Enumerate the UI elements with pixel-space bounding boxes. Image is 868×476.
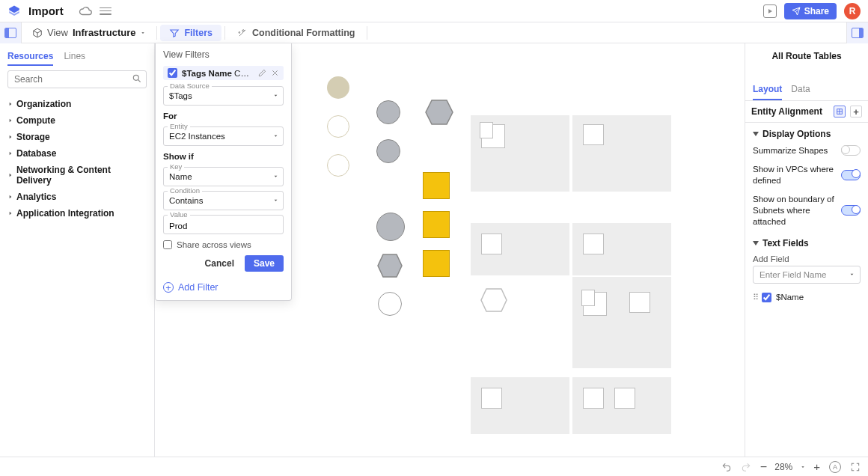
wand-icon [237,28,248,38]
filter-chip-text: $Tags Name Contains Prod [182,69,254,78]
add-field-select[interactable]: Enter Field Name [753,266,861,284]
cloud-sync-icon[interactable] [79,4,92,18]
document-title[interactable]: Import [28,4,64,17]
entity-select[interactable]: Entity EC2 Instances [163,126,284,146]
tab-resources[interactable]: Resources [7,48,53,66]
text-fields-header[interactable]: Text Fields [745,232,868,251]
shape-hexagon[interactable] [424,99,454,126]
cancel-button[interactable]: Cancel [201,257,239,269]
tree-item[interactable]: Networking & Content Delivery [6,162,148,189]
shape-circle[interactable] [376,139,400,163]
toggle-summarize[interactable]: ✕ [841,145,861,156]
tree-item[interactable]: Application Integration [6,205,148,222]
route-table-icon[interactable] [481,124,505,148]
right-panel-toggle[interactable] [846,22,868,43]
display-options-header[interactable]: Display Options [745,123,868,142]
fullscreen-icon[interactable] [850,462,861,472]
opt-show-on-boundary: Show on boundary of Subnets where attach… [745,191,868,232]
canvas-region[interactable] [471,115,569,192]
view-word: View [47,27,68,38]
grid-align-icon[interactable] [834,106,846,118]
edit-icon[interactable] [258,69,266,77]
route-table-icon[interactable] [481,388,502,409]
shape-circle[interactable] [376,100,400,124]
filters-button[interactable]: Filters [160,25,221,41]
tab-data[interactable]: Data [791,79,810,100]
route-table-icon[interactable] [614,388,635,409]
route-table-icon[interactable] [481,234,502,254]
filters-popover: View Filters $Tags Name Contains Prod Da… [155,43,292,301]
left-panel-toggle[interactable] [0,22,22,43]
resource-tree: Organization Compute Storage Database Ne… [0,93,154,225]
filter-enabled-checkbox[interactable] [168,68,177,78]
zoom-out-button[interactable]: − [760,460,767,474]
toggle-show-vpcs[interactable]: ✓ [841,170,861,180]
canvas-region[interactable] [572,277,671,368]
shape-square[interactable] [423,211,450,238]
tree-item[interactable]: Storage [6,129,148,145]
present-icon[interactable] [763,4,777,18]
tree-item[interactable]: Analytics [6,189,148,205]
shape-circle[interactable] [327,154,349,177]
value-input-wrap: Value [163,215,284,234]
redo-icon[interactable] [741,462,751,472]
cond-fmt-label: Conditional Formatting [252,28,355,38]
canvas-region[interactable] [471,223,569,275]
share-button[interactable]: Share [784,3,837,19]
key-select[interactable]: Key Name [163,167,284,186]
shape-square[interactable] [423,250,450,277]
data-source-select[interactable]: Data Source $Tags [163,86,284,106]
menu-icon[interactable] [100,7,111,15]
field-enabled-checkbox[interactable] [762,293,771,302]
shape-square[interactable] [423,172,450,199]
show-if-label: Show if [163,152,284,161]
shape-circle[interactable] [327,76,349,99]
canvas-region[interactable] [572,223,671,275]
route-table-icon[interactable] [583,234,604,254]
tree-item[interactable]: Compute [6,112,148,129]
add-filter-button[interactable]: + Add Filter [163,278,284,293]
active-filter-chip[interactable]: $Tags Name Contains Prod [163,66,284,80]
shape-circle[interactable] [376,213,405,241]
accessibility-icon[interactable]: A [829,461,841,473]
canvas-region[interactable] [471,377,569,434]
save-button[interactable]: Save [245,255,284,272]
search-input[interactable] [7,70,147,88]
shape-circle[interactable] [378,292,402,316]
conditional-formatting-button[interactable]: Conditional Formatting [228,25,364,41]
tree-item[interactable]: Database [6,145,148,162]
shape-hexagon[interactable] [480,287,508,313]
close-icon[interactable] [271,69,279,77]
left-sidebar: Resources Lines Organization Compute Sto… [0,43,155,457]
tab-lines[interactable]: Lines [64,48,85,66]
top-bar: Import Share R [0,0,868,22]
user-avatar[interactable]: R [844,3,861,19]
chevron-down-icon[interactable] [800,464,806,470]
view-switcher[interactable]: View Infrastructure [22,22,156,43]
opt-summarize-shapes: Summarize Shapes ✕ [745,142,868,161]
zoom-level[interactable]: 28% [774,462,792,472]
share-across-views[interactable]: Share across views [163,240,284,249]
zoom-in-button[interactable]: + [813,460,820,473]
canvas-region[interactable] [572,115,671,192]
text-field-row[interactable]: ⠿ $Name [745,290,868,305]
canvas-region[interactable] [572,377,671,434]
route-table-icon[interactable] [629,292,650,313]
view-name: Infrastructure [73,27,136,38]
toggle-show-boundary[interactable]: ✓ [841,205,861,216]
tree-item[interactable]: Organization [6,96,148,112]
route-table-icon[interactable] [583,124,604,145]
drag-handle-icon[interactable]: ⠿ [753,293,757,302]
route-table-icon[interactable] [583,388,604,409]
svg-point-0 [133,75,138,80]
route-table-icon[interactable] [583,292,607,316]
shape-circle[interactable] [327,115,349,138]
tab-layout[interactable]: Layout [753,79,782,100]
condition-select[interactable]: Condition Contains [163,191,284,210]
undo-icon[interactable] [721,462,732,472]
add-alignment-icon[interactable]: + [850,106,862,118]
chevron-down-icon [140,30,146,36]
shape-hexagon[interactable] [376,253,403,278]
for-label: For [163,112,284,120]
share-checkbox[interactable] [163,240,172,249]
